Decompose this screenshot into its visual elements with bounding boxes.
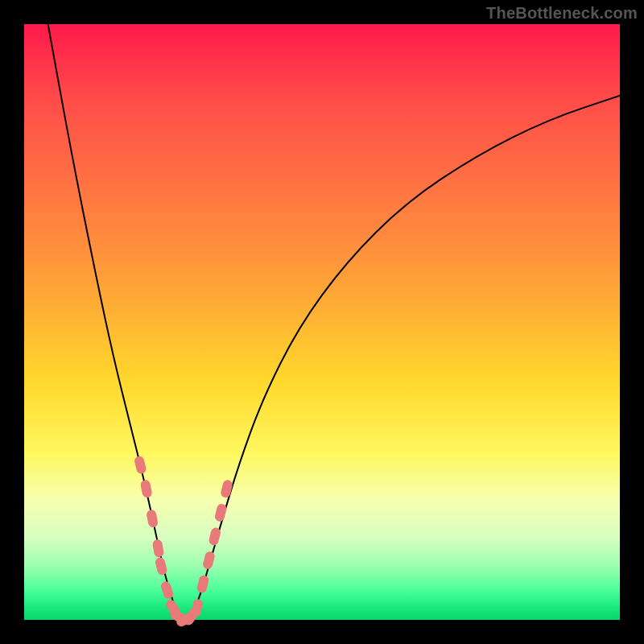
data-marker <box>146 509 159 528</box>
data-marker <box>202 551 216 570</box>
data-marker <box>196 574 210 593</box>
data-marker <box>208 526 221 546</box>
data-marker <box>134 455 147 474</box>
data-marker <box>140 479 153 498</box>
data-marker <box>220 479 233 498</box>
data-marker <box>190 598 204 617</box>
right-curve <box>191 96 620 620</box>
chart-svg <box>24 24 620 620</box>
data-marker <box>152 539 164 558</box>
plot-area <box>24 24 620 620</box>
chart-frame: TheBottleneck.com <box>0 0 644 644</box>
left-curve <box>48 24 180 620</box>
data-marker <box>214 503 228 522</box>
watermark-text: TheBottleneck.com <box>486 4 638 23</box>
marker-group <box>134 455 233 628</box>
data-marker <box>155 556 168 576</box>
